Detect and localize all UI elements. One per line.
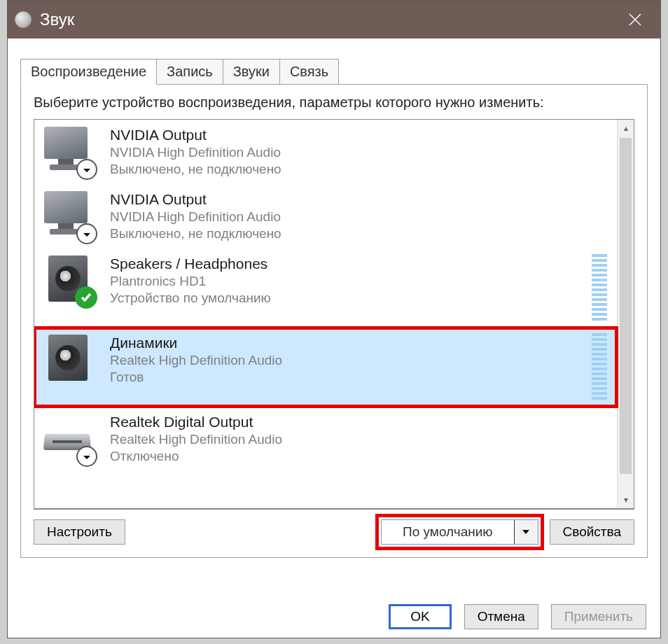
digibox-icon (43, 412, 93, 463)
set-default-label: По умолчанию (382, 520, 514, 544)
set-default-dropdown[interactable] (514, 520, 538, 544)
device-driver: Plantronics HD1 (110, 274, 592, 289)
device-driver: NVIDIA High Definition Audio (110, 145, 610, 160)
device-text: Realtek Digital OutputRealtek High Defin… (110, 412, 610, 464)
ok-button[interactable]: OK (389, 604, 451, 629)
device-driver: NVIDIA High Definition Audio (110, 209, 610, 225)
device-driver: Realtek High Definition Audio (110, 353, 592, 368)
device-name: Realtek Digital Output (110, 414, 610, 430)
device-driver: Realtek High Definition Audio (110, 432, 610, 447)
close-button[interactable] (614, 1, 656, 38)
cancel-button[interactable]: Отмена (464, 604, 538, 629)
instruction-text: Выберите устройство воспроизведения, пар… (34, 93, 634, 112)
level-meter (592, 254, 607, 321)
disabled-badge-icon (76, 223, 97, 244)
tab-3[interactable]: Связь (279, 59, 339, 85)
sound-app-icon (15, 11, 32, 28)
close-icon (628, 13, 642, 27)
device-item[interactable]: NVIDIA OutputNVIDIA High Definition Audi… (34, 184, 617, 248)
tab-0[interactable]: Воспроизведение (20, 59, 157, 85)
device-name: Speakers / Headphones (110, 255, 592, 272)
tab-strip: ВоспроизведениеЗаписьЗвукиСвязь (20, 58, 648, 85)
device-text: Speakers / HeadphonesPlantronics HD1Устр… (110, 254, 592, 321)
device-status: Готов (110, 370, 592, 385)
chevron-down-icon (522, 528, 529, 536)
device-text: NVIDIA OutputNVIDIA High Definition Audi… (110, 190, 610, 241)
properties-button[interactable]: Свойства (550, 519, 634, 545)
monitor-icon (43, 125, 93, 176)
speaker-icon (43, 333, 93, 384)
disabled-badge-icon (76, 446, 97, 467)
device-name: Динамики (110, 335, 592, 351)
window-title: Звук (40, 10, 614, 29)
device-item[interactable]: NVIDIA OutputNVIDIA High Definition Audi… (34, 120, 617, 184)
content-area: ВоспроизведениеЗаписьЗвукиСвязь Выберите… (8, 38, 660, 558)
scroll-up-icon[interactable]: ▴ (618, 120, 634, 136)
default-badge-icon (75, 286, 97, 309)
device-name: NVIDIA Output (110, 191, 610, 208)
scroll-thumb[interactable] (620, 138, 632, 474)
scrollbar[interactable]: ▴ ▾ (617, 120, 634, 508)
device-status: Устройство по умолчанию (110, 290, 592, 306)
device-action-row: Настроить По умолчанию Свойства (34, 519, 634, 545)
level-meter (592, 333, 607, 400)
device-item[interactable]: ДинамикиRealtek High Definition AudioГот… (34, 328, 617, 407)
device-text: NVIDIA OutputNVIDIA High Definition Audi… (110, 125, 610, 177)
device-list: NVIDIA OutputNVIDIA High Definition Audi… (34, 119, 634, 510)
svg-marker-2 (522, 530, 529, 534)
set-default-button[interactable]: По умолчанию (381, 519, 538, 545)
tab-2[interactable]: Звуки (223, 59, 280, 85)
dialog-button-row: OK Отмена Применить (389, 604, 646, 629)
device-text: ДинамикиRealtek High Definition AudioГот… (110, 333, 592, 400)
device-status: Отключено (110, 449, 610, 464)
device-item[interactable]: Speakers / HeadphonesPlantronics HD1Устр… (34, 248, 617, 328)
speaker-icon (43, 254, 93, 304)
sound-dialog: Звук ВоспроизведениеЗаписьЗвукиСвязь Выб… (7, 0, 661, 638)
apply-button[interactable]: Применить (551, 604, 646, 629)
device-item[interactable]: Realtek Digital OutputRealtek High Defin… (34, 407, 617, 471)
device-status: Выключено, не подключено (110, 162, 610, 177)
device-name: NVIDIA Output (110, 127, 610, 144)
disabled-badge-icon (76, 159, 97, 180)
tab-1[interactable]: Запись (156, 59, 223, 85)
scroll-down-icon[interactable]: ▾ (618, 491, 634, 508)
configure-button[interactable]: Настроить (34, 519, 125, 545)
tab-body-playback: Выберите устройство воспроизведения, пар… (20, 85, 648, 558)
titlebar[interactable]: Звук (8, 1, 660, 38)
monitor-icon (43, 190, 93, 240)
device-status: Выключено, не подключено (110, 226, 610, 241)
